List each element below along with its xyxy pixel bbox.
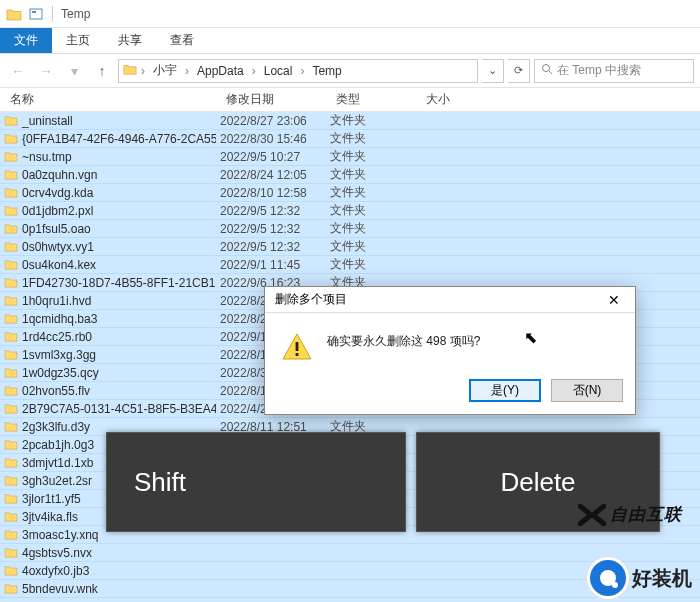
file-name: 3jtv4ika.fls bbox=[22, 510, 78, 524]
dialog-no-button[interactable]: 否(N) bbox=[551, 379, 623, 402]
folder-icon bbox=[4, 583, 18, 594]
file-row[interactable]: 0s0hwtyx.vy12022/9/5 12:32文件夹 bbox=[0, 238, 700, 256]
ribbon-tabs: 文件 主页 共享 查看 bbox=[0, 28, 700, 54]
folder-icon bbox=[4, 151, 18, 162]
folder-icon bbox=[4, 403, 18, 414]
breadcrumb-0[interactable]: 小宇 bbox=[149, 62, 181, 79]
file-date: 2022/8/30 15:46 bbox=[216, 132, 326, 146]
file-name: 0su4kon4.kex bbox=[22, 258, 96, 272]
file-name: 2pcab1jh.0g3 bbox=[22, 438, 94, 452]
dialog-yes-button[interactable]: 是(Y) bbox=[469, 379, 541, 402]
breadcrumb-sep: › bbox=[252, 64, 256, 78]
watermark-ziyouhulian: 自由互联 bbox=[578, 503, 682, 526]
file-name: 0crv4vdg.kda bbox=[22, 186, 93, 200]
folder-icon bbox=[4, 385, 18, 396]
file-row[interactable]: 0su4kon4.kex2022/9/1 11:45文件夹 bbox=[0, 256, 700, 274]
folder-icon bbox=[4, 547, 18, 558]
watermark-logo-icon bbox=[590, 560, 626, 596]
file-name: 0a0zquhn.vgn bbox=[22, 168, 97, 182]
watermark1-text: 自由互联 bbox=[610, 503, 682, 526]
file-name: 3dmjvt1d.1xb bbox=[22, 456, 93, 470]
breadcrumb-1[interactable]: AppData bbox=[193, 64, 248, 78]
file-type: 文件夹 bbox=[326, 112, 416, 129]
refresh-button[interactable]: ⟳ bbox=[508, 59, 530, 83]
nav-up-button[interactable]: ↑ bbox=[90, 59, 114, 83]
file-row[interactable]: 5dpwle32.boj bbox=[0, 598, 700, 602]
file-row[interactable]: _uninstall2022/8/27 23:06文件夹 bbox=[0, 112, 700, 130]
folder-icon bbox=[4, 475, 18, 486]
address-dropdown[interactable]: ⌄ bbox=[482, 59, 504, 83]
file-date: 2022/9/5 12:32 bbox=[216, 222, 326, 236]
file-row[interactable]: 0a0zquhn.vgn2022/8/24 12:05文件夹 bbox=[0, 166, 700, 184]
key-overlay-shift: Shift bbox=[106, 432, 406, 532]
address-bar[interactable]: › 小宇 › AppData › Local › Temp bbox=[118, 59, 478, 83]
folder-icon bbox=[4, 259, 18, 270]
folder-icon bbox=[4, 565, 18, 576]
search-box[interactable]: 在 Temp 中搜索 bbox=[534, 59, 694, 83]
file-name: 0d1jdbm2.pxl bbox=[22, 204, 93, 218]
file-type: 文件夹 bbox=[326, 220, 416, 237]
file-row[interactable]: 0crv4vdg.kda2022/8/10 12:58文件夹 bbox=[0, 184, 700, 202]
folder-icon bbox=[4, 277, 18, 288]
breadcrumb-sep: › bbox=[300, 64, 304, 78]
svg-rect-5 bbox=[296, 353, 299, 356]
file-row[interactable]: {0FFA1B47-42F6-4946-A776-2CA55EC...2022/… bbox=[0, 130, 700, 148]
warning-icon bbox=[281, 331, 313, 363]
qat-props-icon[interactable] bbox=[28, 6, 44, 22]
folder-icon bbox=[4, 367, 18, 378]
breadcrumb-3[interactable]: Temp bbox=[308, 64, 345, 78]
folder-icon bbox=[4, 133, 18, 144]
svg-point-2 bbox=[543, 65, 550, 72]
file-name: 0s0hwtyx.vy1 bbox=[22, 240, 94, 254]
file-row[interactable]: 0p1fsul5.oao2022/9/5 12:32文件夹 bbox=[0, 220, 700, 238]
nav-back-button[interactable]: ← bbox=[6, 59, 30, 83]
col-header-size[interactable]: 大小 bbox=[416, 91, 486, 108]
folder-icon bbox=[4, 169, 18, 180]
folder-icon bbox=[4, 349, 18, 360]
file-name: 5bndevuv.wnk bbox=[22, 582, 98, 596]
dialog-titlebar: 删除多个项目 ✕ bbox=[265, 287, 635, 313]
file-name: 3jlor1t1.yf5 bbox=[22, 492, 81, 506]
key-shift-label: Shift bbox=[134, 467, 186, 498]
col-header-date[interactable]: 修改日期 bbox=[216, 91, 326, 108]
watermark2-text: 好装机 bbox=[632, 565, 692, 592]
file-row[interactable]: 0d1jdbm2.pxl2022/9/5 12:32文件夹 bbox=[0, 202, 700, 220]
file-name: 1rd4cc25.rb0 bbox=[22, 330, 92, 344]
ribbon-tab-share[interactable]: 共享 bbox=[104, 28, 156, 53]
ribbon-tab-view[interactable]: 查看 bbox=[156, 28, 208, 53]
file-name: 1FD42730-18D7-4B55-8FF1-21CB1C9... bbox=[22, 276, 216, 290]
file-name: 1svml3xg.3gg bbox=[22, 348, 96, 362]
folder-icon bbox=[4, 295, 18, 306]
col-header-type[interactable]: 类型 bbox=[326, 91, 416, 108]
file-name: _uninstall bbox=[22, 114, 73, 128]
folder-icon bbox=[4, 241, 18, 252]
separator bbox=[52, 6, 53, 22]
nav-forward-button[interactable]: → bbox=[34, 59, 58, 83]
file-name: 3moasc1y.xnq bbox=[22, 528, 98, 542]
file-date: 2022/9/5 12:32 bbox=[216, 240, 326, 254]
dialog-close-button[interactable]: ✕ bbox=[599, 290, 629, 310]
file-name: 1qcmidhq.ba3 bbox=[22, 312, 97, 326]
folder-icon bbox=[4, 331, 18, 342]
title-bar: Temp bbox=[0, 0, 700, 28]
svg-line-3 bbox=[549, 71, 552, 74]
ribbon-tab-file[interactable]: 文件 bbox=[0, 28, 52, 53]
file-date: 2022/9/5 10:27 bbox=[216, 150, 326, 164]
column-headers: 名称 修改日期 类型 大小 bbox=[0, 88, 700, 112]
file-row[interactable]: ~nsu.tmp2022/9/5 10:27文件夹 bbox=[0, 148, 700, 166]
file-name: 4oxdyfx0.jb3 bbox=[22, 564, 89, 578]
file-type: 文件夹 bbox=[326, 130, 416, 147]
breadcrumb-2[interactable]: Local bbox=[260, 64, 297, 78]
svg-rect-1 bbox=[32, 11, 36, 13]
nav-recent-dropdown[interactable]: ▾ bbox=[62, 59, 86, 83]
folder-icon bbox=[4, 205, 18, 216]
dialog-title: 删除多个项目 bbox=[275, 291, 347, 308]
file-type: 文件夹 bbox=[326, 184, 416, 201]
dialog-message: 确实要永久删除这 498 项吗? bbox=[327, 331, 480, 350]
file-date: 2022/8/10 12:58 bbox=[216, 186, 326, 200]
col-header-name[interactable]: 名称 bbox=[0, 91, 216, 108]
search-icon bbox=[541, 63, 553, 78]
file-name: 2B79C7A5-0131-4C51-B8F5-B3EA469... bbox=[22, 402, 216, 416]
file-date: 2022/9/5 12:32 bbox=[216, 204, 326, 218]
ribbon-tab-home[interactable]: 主页 bbox=[52, 28, 104, 53]
